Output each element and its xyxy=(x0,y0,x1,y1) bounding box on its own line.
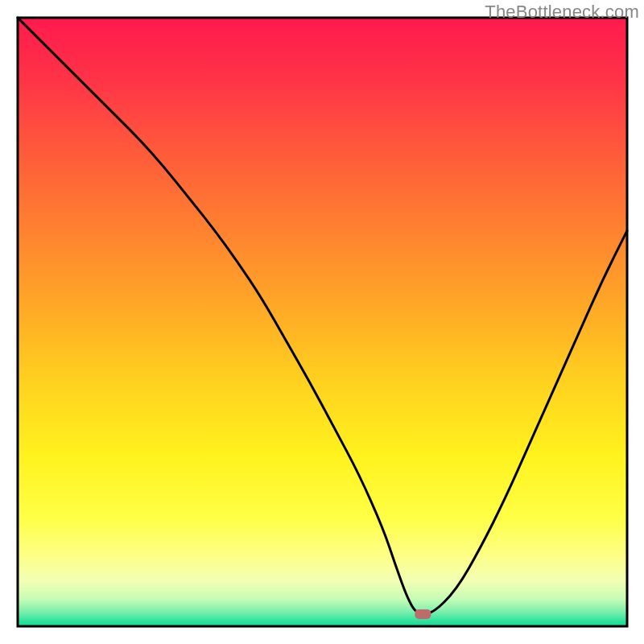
optimal-marker xyxy=(415,609,431,619)
chart-container: TheBottleneck.com xyxy=(0,0,644,644)
bottleneck-chart xyxy=(0,0,644,644)
watermark-label: TheBottleneck.com xyxy=(485,2,639,23)
